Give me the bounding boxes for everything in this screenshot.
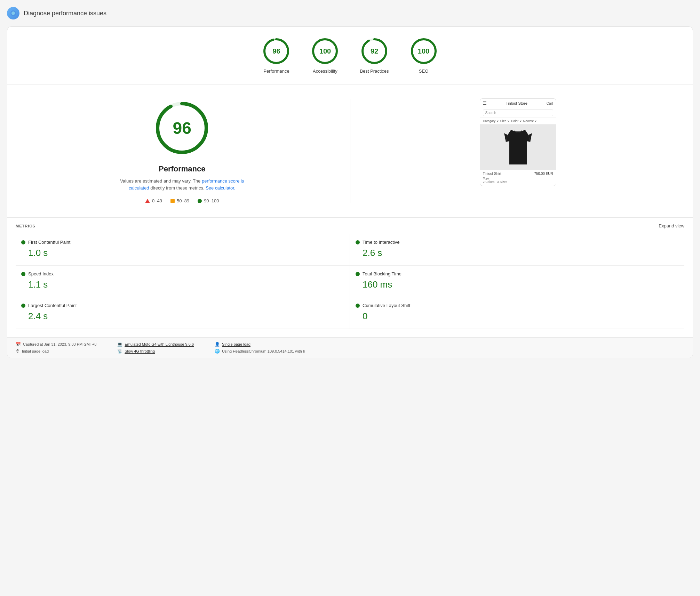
orange-square-icon bbox=[170, 199, 175, 203]
product-meta: Tops 2 Colors · 3 Sizes bbox=[483, 177, 553, 184]
score-value-accessibility: 100 bbox=[319, 47, 331, 55]
store-search-input[interactable] bbox=[483, 110, 553, 116]
footer-browser: 🌐 Using HeadlessChromium 109.0.5414.101 … bbox=[215, 349, 305, 354]
footer-section: 📅 Captured at Jan 31, 2023, 9:03 PM GMT+… bbox=[7, 337, 693, 358]
footer-col-2: 💻 Emulated Moto G4 with Lighthouse 9.6.6… bbox=[117, 342, 194, 354]
perf-left: 96 Performance Values are estimated and … bbox=[28, 98, 336, 203]
metric-value: 1.0 s bbox=[21, 248, 344, 258]
scores-section: 96 Performance 100 Accessibility 92 Best… bbox=[7, 27, 693, 84]
footer-page-type: 👤 Single page load bbox=[215, 342, 305, 347]
metric-status-dot bbox=[21, 272, 25, 276]
product-category: Tops bbox=[483, 177, 553, 180]
score-legend: 0–49 50–89 90–100 bbox=[145, 198, 219, 203]
metric-status-dot bbox=[21, 240, 25, 244]
green-circle-icon bbox=[198, 199, 202, 203]
performance-title: Performance bbox=[159, 164, 206, 174]
filter-category: Category ∨ bbox=[483, 119, 499, 123]
legend-90-100: 90–100 bbox=[198, 198, 219, 203]
metric-name: Time to Interactive bbox=[363, 240, 399, 245]
score-label-performance: Performance bbox=[263, 69, 289, 74]
throttling-link[interactable]: Slow 4G throttling bbox=[125, 349, 155, 353]
globe-icon: 🌐 bbox=[215, 349, 220, 354]
metrics-title: METRICS bbox=[16, 224, 35, 228]
timer-icon: ⏱ bbox=[16, 349, 20, 354]
score-item-best-practices: 92 Best Practices bbox=[360, 37, 389, 74]
metrics-grid: First Contentful Paint 1.0 s Time to Int… bbox=[16, 234, 684, 329]
metric-name: Cumulative Layout Shift bbox=[363, 303, 410, 308]
emulated-device-link[interactable]: Emulated Moto G4 with Lighthouse 9.6.6 bbox=[125, 342, 194, 346]
metric-card: Cumulative Layout Shift 0 bbox=[350, 297, 684, 329]
svg-point-1 bbox=[11, 11, 15, 15]
app-icon bbox=[7, 7, 19, 19]
store-preview: ☰ Tinloof Store Cart Category ∨ Size ∨ C… bbox=[480, 98, 556, 186]
expand-view-button[interactable]: Expand view bbox=[659, 223, 684, 228]
app-header: Diagnose performance issues bbox=[7, 7, 693, 19]
initial-page-load-text: Initial page load bbox=[22, 349, 49, 353]
metric-status-dot bbox=[21, 304, 25, 308]
metrics-section: METRICS Expand view First Contentful Pai… bbox=[7, 217, 693, 337]
score-circle-accessibility: 100 bbox=[311, 37, 339, 65]
performance-section: 96 Performance Values are estimated and … bbox=[7, 84, 693, 217]
metric-name: Speed Index bbox=[28, 271, 54, 276]
network-icon: 📡 bbox=[117, 349, 122, 354]
metric-header: Cumulative Layout Shift bbox=[356, 303, 679, 308]
metric-status-dot bbox=[356, 240, 360, 244]
filter-size: Size ∨ bbox=[500, 119, 510, 123]
product-name-price: Tinloof Shirt 750.00 EUR bbox=[483, 172, 553, 176]
score-label-best-practices: Best Practices bbox=[360, 69, 389, 74]
metric-value: 160 ms bbox=[356, 279, 679, 290]
red-triangle-icon bbox=[145, 199, 150, 203]
metric-header: Time to Interactive bbox=[356, 240, 679, 245]
vertical-divider bbox=[350, 99, 350, 203]
page-type-link[interactable]: Single page load bbox=[222, 342, 250, 346]
store-search[interactable] bbox=[480, 108, 556, 118]
footer-throttling: 📡 Slow 4G throttling bbox=[117, 349, 194, 354]
store-filters: Category ∨ Size ∨ Color ∨ Newest ∨ bbox=[480, 118, 556, 124]
metric-value: 1.1 s bbox=[21, 279, 344, 290]
score-circle-performance: 96 bbox=[262, 37, 290, 65]
metric-name: Total Blocking Time bbox=[363, 271, 401, 276]
metric-header: First Contentful Paint bbox=[21, 240, 344, 245]
score-label-accessibility: Accessibility bbox=[313, 69, 337, 74]
filter-newest: Newest ∨ bbox=[523, 119, 537, 123]
calculator-link[interactable]: See calculator. bbox=[206, 185, 235, 191]
score-value-best-practices: 92 bbox=[371, 47, 378, 55]
performance-score-circle: 96 bbox=[152, 98, 212, 158]
metric-status-dot bbox=[356, 304, 360, 308]
score-circle-seo: 100 bbox=[410, 37, 438, 65]
score-item-performance: 96 Performance bbox=[262, 37, 290, 74]
perf-right: ☰ Tinloof Store Cart Category ∨ Size ∨ C… bbox=[364, 98, 672, 186]
metric-status-dot bbox=[356, 272, 360, 276]
performance-big-score: 96 bbox=[173, 119, 191, 138]
metric-header: Largest Contentful Paint bbox=[21, 303, 344, 308]
metric-card: First Contentful Paint 1.0 s bbox=[16, 234, 350, 266]
metric-card: Time to Interactive 2.6 s bbox=[350, 234, 684, 266]
footer-col-1: 📅 Captured at Jan 31, 2023, 9:03 PM GMT+… bbox=[16, 342, 96, 354]
store-menu-icon: ☰ bbox=[483, 101, 487, 106]
legend-50-89: 50–89 bbox=[170, 198, 189, 203]
product-variants: 2 Colors · 3 Sizes bbox=[483, 180, 553, 184]
metrics-header: METRICS Expand view bbox=[16, 223, 684, 228]
score-value-performance: 96 bbox=[272, 47, 280, 55]
metric-value: 0 bbox=[356, 311, 679, 322]
metric-name: Largest Contentful Paint bbox=[28, 303, 77, 308]
store-product-info: Tinloof Shirt 750.00 EUR Tops 2 Colors ·… bbox=[480, 170, 556, 186]
product-name: Tinloof Shirt bbox=[483, 172, 501, 176]
performance-description: Values are estimated and may vary. The p… bbox=[119, 178, 245, 191]
store-name: Tinloof Store bbox=[506, 101, 527, 105]
main-card: 96 Performance 100 Accessibility 92 Best… bbox=[7, 26, 693, 358]
captured-text: Captured at Jan 31, 2023, 9:03 PM GMT+8 bbox=[23, 342, 96, 346]
laptop-icon: 💻 bbox=[117, 342, 122, 347]
metric-header: Speed Index bbox=[21, 271, 344, 276]
metric-value: 2.6 s bbox=[356, 248, 679, 258]
score-item-accessibility: 100 Accessibility bbox=[311, 37, 339, 74]
score-item-seo: 100 SEO bbox=[410, 37, 438, 74]
product-price: 750.00 EUR bbox=[534, 172, 553, 176]
store-product-image bbox=[480, 124, 556, 170]
filter-color: Color ∨ bbox=[511, 119, 522, 123]
metric-card: Speed Index 1.1 s bbox=[16, 266, 350, 297]
footer-captured: 📅 Captured at Jan 31, 2023, 9:03 PM GMT+… bbox=[16, 342, 96, 347]
user-icon: 👤 bbox=[215, 342, 220, 347]
legend-0-49: 0–49 bbox=[145, 198, 162, 203]
footer-page-load-type: ⏱ Initial page load bbox=[16, 349, 96, 354]
